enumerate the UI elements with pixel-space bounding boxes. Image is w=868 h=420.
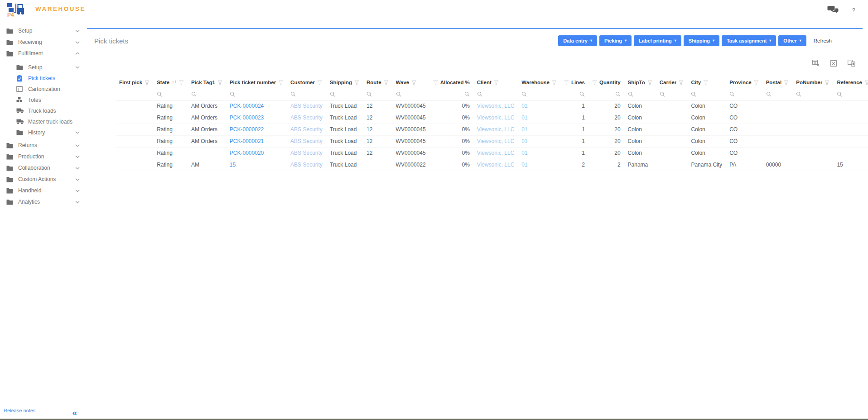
filter-cell-pick_ticket_number[interactable]	[226, 88, 287, 100]
filter-icon[interactable]	[825, 80, 829, 85]
cell-client[interactable]: Viewsonic, LLC	[473, 159, 518, 171]
cell-customer[interactable]: ABS Security	[287, 147, 326, 159]
filter-icon[interactable]	[552, 80, 557, 85]
cell-warehouse[interactable]: 01	[518, 112, 560, 124]
filter-cell-province[interactable]	[726, 88, 762, 100]
column-header-pick_ticket_number[interactable]: Pick ticket number	[226, 76, 287, 88]
toolbar-button-data-entry[interactable]: Data entry▾	[558, 35, 597, 46]
toolbar-button-shipping[interactable]: Shipping▾	[684, 35, 719, 46]
sidebar-item-truck-loads[interactable]: Truck loads	[10, 106, 86, 115]
filter-cell-city[interactable]	[687, 88, 726, 100]
table-row[interactable]: RatingAM OrdersPCK-0000024ABS SecurityTr…	[116, 100, 868, 112]
column-header-ship_to[interactable]: ShipTo	[624, 76, 656, 88]
cell-customer[interactable]: ABS Security	[287, 159, 326, 171]
column-header-carrier[interactable]: Carrier	[656, 76, 688, 88]
column-header-city[interactable]: City	[687, 76, 726, 88]
search-icon[interactable]	[290, 91, 296, 97]
release-notes-link[interactable]: Release notes	[4, 408, 35, 413]
filter-cell-customer[interactable]	[287, 88, 326, 100]
toolbar-button-task-assignment[interactable]: Task assignment▾	[722, 35, 776, 46]
sidebar-item-fulfillment[interactable]: Fulfillment	[0, 48, 86, 58]
cell-warehouse[interactable]: 01	[518, 147, 560, 159]
filter-cell-carrier[interactable]	[656, 88, 688, 100]
column-header-client[interactable]: Client	[473, 76, 518, 88]
filter-icon[interactable]	[217, 80, 222, 85]
filter-cell-state[interactable]	[153, 88, 188, 100]
filter-icon[interactable]	[703, 80, 708, 85]
sidebar-item-receiving[interactable]: Receiving	[0, 37, 86, 47]
column-header-first_pick[interactable]: First pick	[116, 76, 153, 88]
column-header-wave[interactable]: Wave	[392, 76, 429, 88]
filter-icon[interactable]	[494, 80, 499, 85]
column-header-route[interactable]: Route	[363, 76, 392, 88]
search-icon[interactable]	[766, 91, 772, 97]
cell-pick_ticket_number[interactable]: PCK-0000022	[226, 124, 287, 135]
filter-icon[interactable]	[784, 80, 789, 85]
cell-customer[interactable]: ABS Security	[287, 135, 326, 147]
filter-icon[interactable]	[679, 80, 684, 85]
search-icon[interactable]	[330, 91, 335, 97]
filter-cell-quantity[interactable]	[588, 88, 624, 100]
table-row[interactable]: RatingAM OrdersPCK-0000022ABS SecurityTr…	[116, 124, 868, 135]
search-icon[interactable]	[837, 91, 842, 97]
filter-cell-pick_tag1[interactable]	[188, 88, 226, 100]
filter-cell-ship_to[interactable]	[624, 88, 656, 100]
cell-warehouse[interactable]: 01	[518, 100, 560, 112]
cell-customer[interactable]: ABS Security	[287, 124, 326, 135]
filter-icon[interactable]	[592, 80, 597, 85]
cell-warehouse[interactable]: 01	[518, 135, 560, 147]
filter-cell-wave[interactable]	[392, 88, 429, 100]
cell-customer[interactable]: ABS Security	[287, 112, 326, 124]
toolbar-button-other[interactable]: Other▾	[778, 35, 806, 46]
filter-cell-shipping[interactable]	[326, 88, 363, 100]
search-icon[interactable]	[464, 91, 470, 97]
search-icon[interactable]	[366, 91, 372, 97]
filter-cell-lines[interactable]	[560, 88, 588, 100]
search-icon[interactable]	[579, 91, 585, 97]
toolbar-button-label-printing[interactable]: Label printing▾	[634, 35, 681, 46]
cell-pick_ticket_number[interactable]: PCK-0000020	[226, 147, 287, 159]
filter-cell-reference[interactable]	[833, 88, 868, 100]
filter-icon[interactable]	[411, 80, 416, 85]
sidebar-item-handheld[interactable]: Handheld	[0, 186, 86, 196]
help-icon[interactable]: ?	[852, 7, 855, 14]
cell-pick_ticket_number[interactable]: PCK-0000024	[226, 100, 287, 112]
cell-client[interactable]: Viewsonic, LLC	[473, 135, 518, 147]
search-icon[interactable]	[660, 91, 665, 97]
refresh-button[interactable]: Refresh	[806, 35, 833, 46]
filter-icon[interactable]	[145, 80, 149, 85]
sidebar-item-collaboration[interactable]: Collaboration	[0, 163, 86, 173]
sidebar-item-cartonization[interactable]: Cartonization	[10, 84, 86, 94]
sidebar-item-custom-actions[interactable]: Custom Actions	[0, 174, 86, 184]
search-icon[interactable]	[191, 91, 197, 97]
filter-icon[interactable]	[754, 80, 759, 85]
filter-cell-postal[interactable]	[762, 88, 793, 100]
filter-icon[interactable]	[433, 80, 438, 85]
column-header-allocated_pct[interactable]: Allocated %	[429, 76, 473, 88]
search-icon[interactable]	[628, 91, 633, 97]
sidebar-item-totes[interactable]: Totes	[10, 95, 86, 105]
column-header-reference[interactable]: Reference	[833, 76, 868, 88]
search-icon[interactable]	[157, 91, 162, 97]
cell-client[interactable]: Viewsonic, LLC	[473, 147, 518, 159]
column-header-state[interactable]: State↑1	[153, 76, 188, 88]
search-icon[interactable]	[230, 91, 235, 97]
filter-cell-route[interactable]	[363, 88, 392, 100]
filter-icon[interactable]	[354, 80, 359, 85]
search-icon[interactable]	[521, 91, 527, 97]
filter-cell-warehouse[interactable]	[518, 88, 560, 100]
table-row[interactable]: RatingAM15ABS SecurityTruck LoadWV000002…	[116, 159, 868, 171]
sidebar-item-analytics[interactable]: Analytics	[0, 197, 86, 207]
filter-cell-client[interactable]	[473, 88, 518, 100]
filter-icon[interactable]	[179, 80, 184, 85]
filter-icon[interactable]	[564, 80, 569, 85]
column-header-shipping[interactable]: Shipping	[326, 76, 363, 88]
sidebar-item-pick-tickets[interactable]: Pick tickets	[10, 73, 86, 83]
sidebar-item-returns[interactable]: Returns	[0, 140, 86, 150]
search-icon[interactable]	[729, 91, 735, 97]
sidebar-item-setup[interactable]: Setup	[10, 62, 86, 72]
search-icon[interactable]	[691, 91, 696, 97]
clear-filters-icon[interactable]	[812, 60, 820, 67]
filter-cell-allocated_pct[interactable]	[429, 88, 473, 100]
cell-pick_ticket_number[interactable]: PCK-0000023	[226, 112, 287, 124]
